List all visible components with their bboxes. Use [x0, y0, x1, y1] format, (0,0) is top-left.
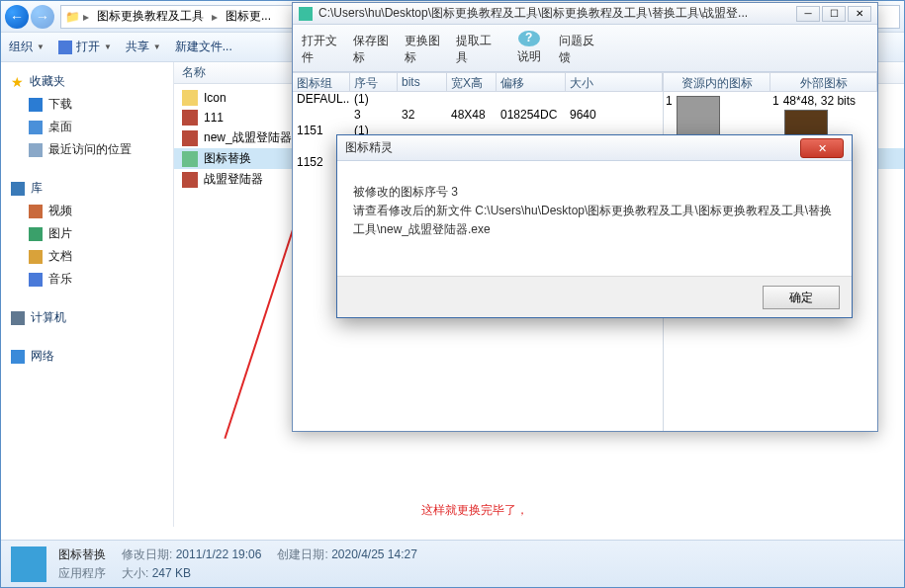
sidebar: ★收藏夹 下载 桌面 最近访问的位置 库 视频 图片 文档 音乐 计算机 网络: [1, 62, 174, 527]
sidebar-favorites[interactable]: ★收藏夹: [1, 70, 173, 93]
sidebar-network[interactable]: 网络: [1, 345, 173, 368]
open-button[interactable]: 打开▼: [58, 39, 112, 55]
organize-button[interactable]: 组织▼: [9, 39, 45, 55]
sidebar-computer[interactable]: 计算机: [1, 306, 173, 329]
status-bar: 图标替换 修改日期: 2011/1/22 19:06 创建日期: 2020/4/…: [1, 540, 904, 587]
th-wh[interactable]: 宽X高: [447, 73, 497, 91]
sidebar-documents[interactable]: 文档: [1, 245, 173, 268]
annotation-text: 这样就更换完毕了，: [421, 502, 528, 519]
app-icon: [299, 7, 313, 21]
extract-tool-button[interactable]: 提取工具: [453, 28, 502, 68]
dialog-titlebar[interactable]: 图标精灵 ✕: [337, 135, 852, 161]
video-icon: [29, 205, 43, 218]
resource-icons-header: 资源内的图标: [664, 72, 770, 92]
close-button[interactable]: ✕: [848, 6, 871, 22]
dialog-message-line: 请查看修改后的新文件 C:\Users\hu\Desktop\图标更换教程及工具…: [353, 202, 836, 239]
dialog-message-line: 被修改的图标序号 3: [353, 183, 836, 202]
recent-icon: [29, 143, 43, 157]
external-icons-header: 外部图标: [770, 72, 877, 92]
music-icon: [29, 273, 43, 287]
th-offset[interactable]: 偏移: [497, 73, 566, 91]
app-icon: [182, 110, 198, 126]
download-icon: [29, 98, 43, 112]
app-icon: [182, 172, 198, 188]
dialog-body: 被修改的图标序号 3 请查看修改后的新文件 C:\Users\hu\Deskto…: [337, 161, 852, 276]
resource-icon-item[interactable]: 1: [666, 94, 769, 139]
feedback-button[interactable]: 问题反馈: [556, 28, 605, 68]
th-group[interactable]: 图标组: [293, 73, 350, 91]
new-folder-button[interactable]: 新建文件...: [175, 39, 232, 55]
nav-forward-button[interactable]: →: [31, 5, 54, 29]
chevron-right-icon: ▸: [83, 10, 89, 24]
status-filename: 图标替换: [58, 546, 106, 563]
documents-icon: [29, 250, 43, 264]
breadcrumb-segment[interactable]: 图标更...: [222, 6, 275, 27]
dialog-title: 图标精灵: [345, 139, 800, 156]
table-row[interactable]: 33248X48018254DC9640: [293, 108, 663, 124]
th-bits[interactable]: bits: [398, 73, 447, 91]
breadcrumb-segment[interactable]: 图标更换教程及工具: [93, 6, 208, 27]
sidebar-pictures[interactable]: 图片: [1, 222, 173, 245]
chevron-right-icon: ▸: [212, 10, 218, 24]
app-toolbar: 打开文件 保存图标 更换图标 提取工具 说明 问题反馈: [293, 25, 877, 72]
titlebar[interactable]: C:\Users\hu\Desktop\图标更换教程及工具\图标更换教程及工具\…: [293, 3, 877, 25]
external-icon-item[interactable]: 148*48, 32 bits: [772, 94, 875, 108]
network-icon: [11, 350, 25, 364]
th-seq[interactable]: 序号: [350, 73, 398, 91]
desktop-icon: [29, 121, 43, 134]
app-icon: [182, 151, 198, 167]
sidebar-video[interactable]: 视频: [1, 200, 173, 222]
share-button[interactable]: 共享▼: [126, 39, 161, 55]
chevron-down-icon: ▼: [37, 42, 45, 51]
message-dialog: 图标精灵 ✕ 被修改的图标序号 3 请查看修改后的新文件 C:\Users\hu…: [336, 134, 853, 318]
table-row[interactable]: DEFAUL...(1): [293, 92, 663, 108]
sidebar-downloads[interactable]: 下载: [1, 93, 173, 116]
folder-icon: [182, 90, 198, 106]
th-size[interactable]: 大小: [566, 73, 663, 91]
nav-back-button[interactable]: ←: [5, 5, 29, 29]
library-icon: [11, 182, 25, 196]
help-icon: [518, 31, 540, 46]
folder-icon: 📁: [65, 10, 79, 24]
chevron-down-icon: ▼: [104, 42, 112, 51]
save-icon-button[interactable]: 保存图标: [350, 28, 400, 68]
open-file-button[interactable]: 打开文件: [299, 28, 348, 68]
status-filetype: 应用程序: [58, 565, 106, 582]
file-type-icon: [11, 546, 46, 582]
app-icon: [182, 130, 198, 146]
pictures-icon: [29, 227, 43, 241]
help-button[interactable]: 说明: [504, 28, 554, 68]
computer-icon: [11, 311, 25, 325]
icon-thumbnail: [677, 96, 720, 139]
star-icon: ★: [11, 74, 24, 90]
ok-button[interactable]: 确定: [763, 286, 840, 309]
dialog-close-button[interactable]: ✕: [800, 138, 844, 158]
window-title: C:\Users\hu\Desktop\图标更换教程及工具\图标更换教程及工具\…: [318, 5, 790, 22]
column-name[interactable]: 名称: [174, 64, 214, 81]
sidebar-desktop[interactable]: 桌面: [1, 116, 173, 138]
sidebar-recent[interactable]: 最近访问的位置: [1, 138, 173, 161]
maximize-button[interactable]: ☐: [822, 6, 846, 22]
sidebar-library[interactable]: 库: [1, 177, 173, 200]
swap-icon-button[interactable]: 更换图标: [402, 28, 451, 68]
sidebar-music[interactable]: 音乐: [1, 268, 173, 291]
minimize-button[interactable]: ─: [796, 6, 820, 22]
chevron-down-icon: ▼: [153, 42, 161, 51]
